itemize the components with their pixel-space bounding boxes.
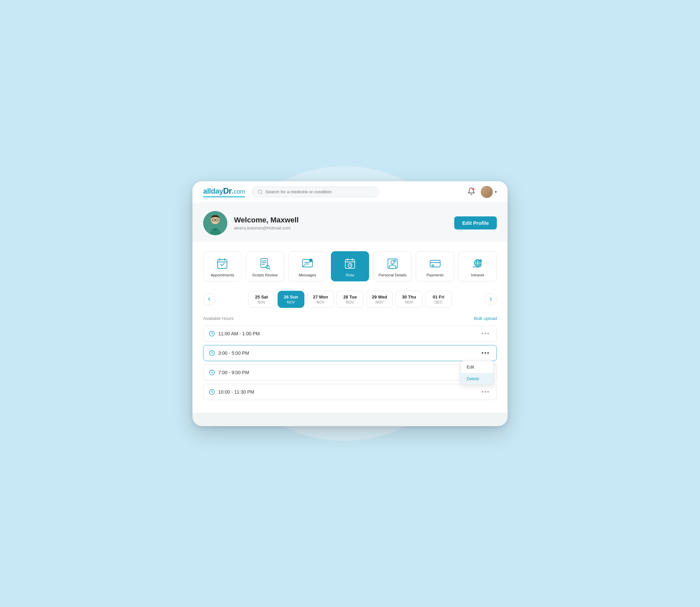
bell-icon[interactable]: [467, 187, 475, 197]
profile-name: Welcome, Maxwell: [234, 216, 447, 225]
edit-profile-button[interactable]: Edit Profile: [454, 216, 497, 229]
clock-icon-2: [209, 350, 215, 356]
time-slot-left-1: 11:00 AM - 1:00 PM: [209, 331, 260, 337]
day-name-6: 01 Fri: [428, 294, 449, 299]
time-slot-left-4: 10:00 - 11:30 PM: [209, 389, 254, 395]
time-slot-left-2: 3:00 - 5:00 PM: [209, 350, 249, 356]
tile-rota-label: Rota: [346, 273, 354, 277]
tile-messages-label: Messages: [299, 273, 316, 277]
main-content: Appointments Scripts Review: [193, 242, 507, 413]
tile-payments[interactable]: Payments: [416, 251, 454, 281]
time-slot-1: 11:00 AM - 1:00 PM •••: [203, 326, 497, 342]
avatar: [203, 211, 227, 235]
slot-options-button-4[interactable]: •••: [480, 389, 491, 395]
day-month-3: NOV: [340, 300, 360, 304]
calendar-day-0[interactable]: 25 Sat NOV: [248, 291, 275, 308]
day-month-1: NOV: [281, 300, 301, 304]
calendar-day-3[interactable]: 28 Tue NOV: [337, 291, 363, 308]
navbar: alldayDr.com ▾: [193, 181, 507, 203]
day-month-4: NOV: [369, 300, 390, 304]
user-menu[interactable]: ▾: [481, 186, 497, 198]
calendar-strip: 25 Sat NOV 26 Sun NOV 27 Mon NOV 28 Tue …: [203, 291, 497, 308]
time-slot-3: 7:00 - 9:00 PM •••: [203, 364, 497, 380]
logo: alldayDr.com: [203, 186, 245, 197]
tile-payments-label: Payments: [426, 273, 443, 277]
slot-options-button-1[interactable]: •••: [480, 331, 491, 337]
svg-line-17: [269, 268, 270, 269]
tile-intranet[interactable]: Intranet: [458, 251, 497, 281]
calendar-day-2[interactable]: 27 Mon NOV: [307, 291, 334, 308]
calendar-day-5[interactable]: 30 Thu NOV: [396, 291, 422, 308]
chevron-down-icon: ▾: [495, 190, 497, 194]
day-name-3: 28 Tue: [340, 294, 360, 299]
day-name-2: 27 Mon: [310, 294, 331, 299]
clock-icon-1: [209, 331, 215, 337]
svg-text:2: 2: [310, 259, 312, 262]
available-hours-title: Available Hours: [203, 316, 234, 321]
profile-info: Welcome, Maxwell alvera.leannon@hotmail.…: [234, 216, 447, 230]
tile-scripts-review[interactable]: Scripts Review: [246, 251, 284, 281]
hours-header: Available Hours Bulk upload: [203, 316, 497, 321]
avatar: [481, 186, 493, 198]
slot-dropdown-2: Edit Delete: [460, 361, 494, 385]
logo-com: com: [234, 188, 245, 195]
time-text-3: 7:00 - 9:00 PM: [218, 370, 249, 375]
time-slot-2: 3:00 - 5:00 PM ••• Edit Delete: [203, 345, 497, 361]
logo-dr: Dr: [223, 186, 232, 195]
avatar-image: [481, 186, 493, 198]
svg-rect-23: [345, 259, 355, 268]
svg-line-1: [261, 193, 262, 194]
clock-icon-3: [209, 370, 215, 376]
svg-rect-8: [218, 259, 227, 268]
dropdown-edit[interactable]: Edit: [461, 361, 494, 373]
search-icon: [258, 189, 263, 195]
time-text-1: 11:00 AM - 1:00 PM: [218, 331, 260, 336]
calendar-day-6[interactable]: 01 Fri DEC: [425, 291, 452, 308]
logo-underline: [203, 196, 245, 197]
day-name-1: 26 Sun: [281, 294, 301, 299]
day-name-5: 30 Thu: [399, 294, 419, 299]
calendar-next-button[interactable]: [485, 293, 497, 305]
clock-icon-4: [209, 389, 215, 395]
tile-messages[interactable]: 2 Messages: [288, 251, 327, 281]
svg-point-2: [472, 188, 474, 190]
profile-email: alvera.leannon@hotmail.com: [234, 226, 447, 230]
day-name-0: 25 Sat: [251, 294, 272, 299]
slot-options-button-2[interactable]: •••: [480, 350, 491, 356]
bulk-upload-link[interactable]: Bulk upload: [474, 316, 497, 321]
day-month-6: DEC: [428, 300, 449, 304]
avatar-illustration: [203, 211, 227, 235]
tile-rota[interactable]: Rota: [331, 251, 369, 281]
time-slot-left-3: 7:00 - 9:00 PM: [209, 370, 249, 376]
tile-personal-details[interactable]: Personal Details: [373, 251, 412, 281]
nav-right: ▾: [467, 186, 497, 198]
profile-banner: Welcome, Maxwell alvera.leannon@hotmail.…: [193, 203, 507, 242]
dropdown-delete[interactable]: Delete: [461, 373, 494, 384]
tile-personal-details-label: Personal Details: [379, 273, 407, 277]
calendar-day-4[interactable]: 29 Wed NOV: [366, 291, 393, 308]
day-name-4: 29 Wed: [369, 294, 390, 299]
nav-tiles: Appointments Scripts Review: [203, 251, 497, 281]
search-input[interactable]: [265, 189, 374, 194]
day-month-0: NOV: [251, 300, 272, 304]
day-month-2: NOV: [310, 300, 331, 304]
time-slot-4: 10:00 - 11:30 PM •••: [203, 384, 497, 400]
calendar-prev-button[interactable]: [203, 293, 215, 305]
tile-scripts-label: Scripts Review: [252, 273, 278, 277]
day-month-5: NOV: [399, 300, 419, 304]
svg-point-29: [391, 260, 394, 264]
search-bar[interactable]: [252, 187, 379, 197]
time-text-2: 3:00 - 5:00 PM: [218, 350, 249, 356]
tile-appointments-label: Appointments: [211, 273, 234, 277]
calendar-day-1[interactable]: 26 Sun NOV: [278, 291, 304, 308]
time-text-4: 10:00 - 11:30 PM: [218, 389, 254, 395]
tile-appointments[interactable]: Appointments: [203, 251, 242, 281]
logo-allday: allday: [203, 187, 223, 195]
calendar-days: 25 Sat NOV 26 Sun NOV 27 Mon NOV 28 Tue …: [218, 291, 482, 308]
tile-intranet-label: Intranet: [471, 273, 484, 277]
